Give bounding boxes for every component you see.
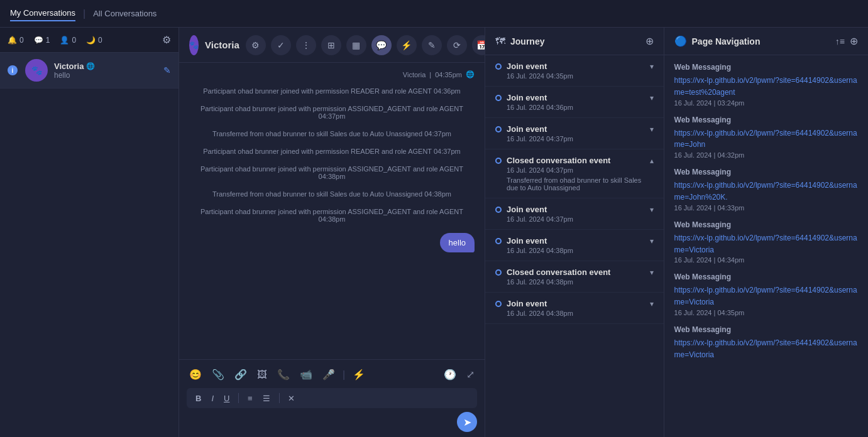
- moon-icon: 🌙: [86, 36, 96, 45]
- journey-dot-5: [495, 238, 502, 244]
- tab-my-conversations[interactable]: My Conversations: [10, 6, 75, 21]
- contact-avatar: 🐾: [25, 59, 48, 82]
- journey-chevron-6[interactable]: ▾: [650, 268, 654, 277]
- link-button[interactable]: 🔗: [232, 367, 250, 382]
- filter-icon[interactable]: ⚙: [162, 34, 171, 46]
- chat-header: 🐾 Victoria ⚙ ✓ ⋮ ⊞ ▦ 💬 ⚡ ✎ ⟳ 📅 OW CW: [179, 28, 485, 63]
- right-panels: 🗺 Journey ⊕ Join event ▾ 16 Jul. 2024 04…: [485, 28, 868, 437]
- journey-item-3: Closed conversation event ▴ 16 Jul. 2024…: [485, 149, 664, 198]
- tab-all-conversations[interactable]: All Conversations: [93, 6, 157, 21]
- lightning-button[interactable]: ⚡: [350, 367, 368, 382]
- emoji-button[interactable]: 😊: [187, 367, 204, 382]
- format-sep-2: [279, 393, 280, 403]
- chat-area: 🐾 Victoria ⚙ ✓ ⋮ ⊞ ▦ 💬 ⚡ ✎ ⟳ 📅 OW CW Vic…: [179, 28, 485, 437]
- chat-type-button[interactable]: 💬: [371, 35, 392, 55]
- sidebar-info: Victoria 🌐 hello: [54, 62, 157, 80]
- journey-chevron-2[interactable]: ▾: [650, 125, 654, 134]
- unordered-list-button[interactable]: ☰: [259, 392, 274, 404]
- message-status: 💬 1: [34, 36, 50, 45]
- sidebar-contact-victoria[interactable]: i 🐾 Victoria 🌐 hello ✎: [0, 53, 179, 89]
- clock-button[interactable]: 🕐: [441, 367, 459, 382]
- pagenav-settings-icon[interactable]: ⊕: [850, 35, 858, 47]
- expand-button[interactable]: ⤢: [464, 367, 477, 382]
- journey-date-0: 16 Jul. 2024 04:35pm: [507, 72, 654, 80]
- journey-settings-icon[interactable]: ⊕: [646, 35, 654, 47]
- check-button[interactable]: ✓: [271, 35, 291, 55]
- clear-format-button[interactable]: ✕: [284, 392, 299, 404]
- pagenav-link-0[interactable]: https://vx-lp.github.io/v2/lpwm/?site=64…: [674, 76, 857, 97]
- bar-button[interactable]: ▦: [346, 35, 366, 55]
- send-button[interactable]: ➤: [457, 412, 477, 432]
- msg-bubble-container: hello: [189, 233, 475, 252]
- chat-input[interactable]: [301, 391, 472, 406]
- journey-date-2: 16 Jul. 2024 04:37pm: [507, 135, 654, 143]
- attach-button[interactable]: 📎: [209, 367, 227, 382]
- journey-chevron-0[interactable]: ▾: [650, 62, 654, 71]
- globe-icon: 🌐: [86, 62, 95, 70]
- chat-meta: Victoria | 04:35pm 🌐: [189, 70, 475, 78]
- phone-button[interactable]: 📞: [275, 367, 292, 382]
- edit-button[interactable]: ✎: [422, 35, 442, 55]
- chat-icon: 💬: [34, 36, 43, 45]
- pagenav-list: Web Messaging https://vx-lp.github.io/v2…: [664, 55, 868, 437]
- journey-chevron-7[interactable]: ▾: [650, 299, 654, 308]
- journey-item-0: Join event ▾ 16 Jul. 2024 04:35pm: [485, 55, 664, 87]
- format-sep-1: [238, 393, 239, 403]
- journey-item-6: Closed conversation event ▾ 16 Jul. 2024…: [485, 261, 664, 293]
- system-msg-7: Participant ohad brunner joined with per…: [189, 205, 475, 225]
- pagenav-section-2: Web Messaging https://vx-lp.github.io/v2…: [674, 168, 858, 212]
- pagenav-link-1[interactable]: https://vx-lp.github.io/v2/lpwm/?site=64…: [674, 129, 857, 149]
- journey-chevron-5[interactable]: ▾: [650, 237, 654, 245]
- system-msg-5: Participant ohad brunner joined with per…: [189, 163, 475, 183]
- sort-icon[interactable]: ↑≡: [835, 36, 845, 46]
- journey-dot-6: [495, 269, 502, 276]
- pagenav-timestamp-0: 16 Jul. 2024 | 03:24pm: [674, 99, 858, 107]
- journey-event-name-5: Join event: [507, 236, 645, 245]
- journey-dot-1: [495, 95, 502, 101]
- journey-date-3: 16 Jul. 2024 04:37pm: [507, 166, 654, 174]
- journey-event-name-4: Join event: [507, 205, 645, 214]
- journey-header: 🗺 Journey ⊕: [485, 28, 664, 55]
- system-msg-4: Participant ohad brunner joined with per…: [189, 145, 475, 158]
- more-button[interactable]: ⋮: [296, 35, 316, 55]
- format-toolbar: B I U ≡ ☰ ✕: [187, 388, 477, 408]
- video-button[interactable]: 📹: [297, 367, 315, 382]
- pagenav-section-3: Web Messaging https://vx-lp.github.io/v2…: [674, 220, 858, 264]
- bold-button[interactable]: B: [192, 392, 205, 404]
- pagenav-link-3[interactable]: https://vx-lp.github.io/v2/lpwm/?site=64…: [674, 234, 857, 254]
- pagenav-link-4[interactable]: https://vx-lp.github.io/v2/lpwm/?site=64…: [674, 286, 857, 306]
- image-button[interactable]: 🖼: [255, 368, 270, 382]
- italic-button[interactable]: I: [207, 392, 217, 404]
- pagenav-link-5[interactable]: https://vx-lp.github.io/v2/lpwm/?site=64…: [674, 338, 857, 359]
- settings-button[interactable]: ⚙: [246, 35, 266, 55]
- ordered-list-button[interactable]: ≡: [244, 392, 256, 404]
- msg-bubble: hello: [440, 233, 475, 252]
- avatar-icon: 🐾: [31, 65, 42, 75]
- journey-chevron-4[interactable]: ▾: [650, 205, 654, 214]
- journey-event-name-0: Join event: [507, 62, 645, 71]
- moon-status: 🌙 0: [86, 36, 102, 45]
- grid-button[interactable]: ⊞: [321, 35, 341, 55]
- pagenav-section-title-3: Web Messaging: [674, 220, 858, 229]
- pagenav-link-2[interactable]: https://vx-lp.github.io/v2/lpwm/?site=64…: [674, 181, 857, 202]
- underline-button[interactable]: U: [220, 392, 233, 404]
- journey-event-name-2: Join event: [507, 124, 645, 134]
- chat-messages: Victoria | 04:35pm 🌐 Participant ohad br…: [179, 63, 485, 359]
- journey-dot-7: [495, 301, 502, 307]
- pagenav-timestamp-2: 16 Jul. 2024 | 04:33pm: [674, 204, 858, 212]
- pagenav-section-title-4: Web Messaging: [674, 272, 858, 281]
- bolt-button[interactable]: ⚡: [397, 35, 417, 55]
- journey-date-6: 16 Jul. 2024 04:38pm: [507, 278, 654, 286]
- journey-chevron-1[interactable]: ▾: [650, 94, 654, 102]
- contact-name: Victoria 🌐: [54, 62, 157, 71]
- pagenav-section-4: Web Messaging https://vx-lp.github.io/v2…: [674, 272, 858, 316]
- journey-list: Join event ▾ 16 Jul. 2024 04:35pm Join e…: [485, 55, 664, 437]
- history-button[interactable]: ⟳: [447, 35, 467, 55]
- pagenav-title: Page Navigation: [692, 36, 830, 46]
- mic-button[interactable]: 🎤: [320, 367, 338, 382]
- journey-chevron-3[interactable]: ▴: [650, 156, 654, 165]
- compose-icon[interactable]: ✎: [163, 65, 171, 75]
- pagenav-section-1: Web Messaging https://vx-lp.github.io/v2…: [674, 116, 858, 159]
- alert-status: 🔔 0: [8, 36, 24, 45]
- journey-dot-3: [495, 158, 502, 164]
